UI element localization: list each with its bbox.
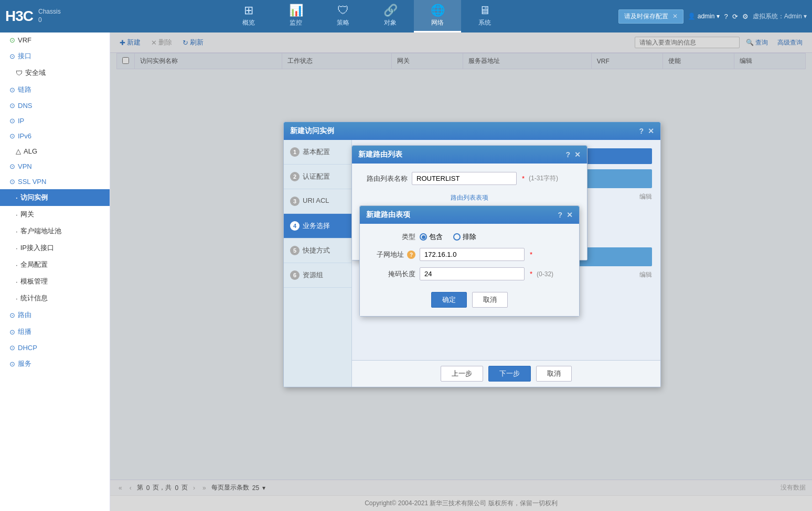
type-include-radio[interactable] (420, 233, 427, 241)
sidebar-item-alg[interactable]: △ ALG (0, 144, 110, 159)
sidebar-item-route[interactable]: ⊙ 路由 (0, 307, 110, 323)
sidebar-item-global-config[interactable]: · 全局配置 (0, 256, 110, 273)
sidebar-item-multicast[interactable]: ⊙ 组播 (0, 323, 110, 340)
dialog-main-help-icon[interactable]: ? (639, 127, 644, 135)
dialog-routeitem-body: 类型 包含 排除 (360, 224, 579, 316)
sidebar-item-link[interactable]: ⊙ 链路 (0, 81, 110, 98)
sidebar-item-client-addr-pool[interactable]: · 客户端地址池 (0, 223, 110, 240)
nav-item-network[interactable]: 🌐 网络 (414, 0, 461, 32)
sidebar-item-dns[interactable]: ⊙ DNS (0, 98, 110, 113)
help-icon[interactable]: ? (724, 13, 728, 20)
nav-item-policy[interactable]: 🛡 策略 (319, 0, 367, 32)
virtual-sys-dropdown[interactable]: ▾ (804, 13, 807, 20)
vrf-icon: ⊙ (9, 36, 15, 44)
admin-dropdown-icon[interactable]: ▾ (717, 13, 720, 20)
routerlist-help-icon[interactable]: ? (565, 150, 570, 159)
refresh-icon[interactable]: ⟳ (732, 13, 738, 20)
step-2[interactable]: 2 认证配置 (284, 165, 351, 189)
steps-sidebar: 1 基本配置 2 认证配置 3 URI ACL 4 (284, 140, 352, 387)
network-icon: 🌐 (431, 4, 445, 17)
h3c-logo: H3C (5, 8, 33, 25)
admin-icon: 👤 (688, 13, 696, 20)
subnet-info-icon[interactable]: ? (407, 251, 415, 259)
sidebar-item-security-zone[interactable]: 🛡 安全域 (0, 64, 110, 81)
nav-item-object[interactable]: 🔗 对象 (367, 0, 414, 32)
prev-step-btn[interactable]: 上一步 (441, 366, 483, 382)
link-icon: ⊙ (9, 86, 15, 94)
system-icon: 🖥 (479, 4, 490, 17)
subnet-label: 子网地址 ? (368, 250, 415, 259)
gateway-dot: · (16, 211, 18, 219)
routerlist-name-hint: (1-31字符) (529, 174, 558, 183)
step-1[interactable]: 1 基本配置 (284, 140, 351, 165)
sidebar-item-template-mgmt[interactable]: · 模板管理 (0, 273, 110, 290)
step-3-label: URI ACL (303, 197, 329, 204)
save-config-btn[interactable]: 请及时保存配置 ✕ (618, 9, 683, 24)
edit-label-2[interactable]: 编辑 (639, 271, 652, 278)
sidebar-label-access-instance: 访问实例 (20, 193, 48, 202)
step-1-num: 1 (290, 147, 300, 157)
sidebar-label-dhcp: DHCP (18, 344, 37, 352)
sidebar-item-vpn[interactable]: ⊙ VPN (0, 159, 110, 174)
sidebar-item-stat-info[interactable]: · 统计信息 (0, 290, 110, 307)
subnet-input[interactable] (420, 248, 525, 261)
dialog-routeitem-header: 新建路由表项 ? ✕ (360, 206, 579, 224)
step-5[interactable]: 5 快捷方式 (284, 238, 351, 263)
sidebar-item-vrf[interactable]: ⊙ VRF (0, 32, 110, 48)
step-3[interactable]: 3 URI ACL (284, 189, 351, 214)
settings-icon[interactable]: ⚙ (742, 13, 749, 20)
nav-label-policy: 策略 (337, 18, 349, 27)
nav-item-system[interactable]: 🖥 系统 (461, 0, 508, 32)
main-layout: ⊙ VRF ⊙ 接口 🛡 安全域 ⊙ 链路 ⊙ DNS ⊙ IP ⊙ IPv6 … (0, 32, 812, 511)
sidebar-label-stat-info: 统计信息 (20, 293, 48, 303)
save-close-icon[interactable]: ✕ (672, 13, 678, 20)
routeitem-close-icon[interactable]: ✕ (567, 211, 573, 219)
type-exclude-radio[interactable] (453, 233, 461, 241)
dialog-routeitem-title: 新建路由表项 (366, 210, 410, 220)
routeitem-confirm-btn[interactable]: 确定 (431, 292, 467, 308)
type-exclude-option[interactable]: 排除 (453, 232, 476, 242)
routeitem-cancel-btn[interactable]: 取消 (472, 292, 508, 308)
sidebar-label-template-mgmt: 模板管理 (20, 277, 48, 286)
step-2-label: 认证配置 (303, 172, 330, 181)
sidebar-item-interface[interactable]: ⊙ 接口 (0, 48, 110, 64)
next-step-btn[interactable]: 下一步 (488, 366, 531, 382)
step-4[interactable]: 4 业务选择 (284, 214, 351, 238)
sidebar-item-ip-access-iface[interactable]: · IP接入接口 (0, 240, 110, 256)
dialog-routeitem: 新建路由表项 ? ✕ 类型 包含 (359, 205, 580, 317)
logo-area: H3C Chassis 0 (5, 8, 115, 25)
stat-dot: · (16, 295, 18, 302)
step-1-label: 基本配置 (303, 147, 330, 157)
alg-icon: △ (16, 147, 21, 155)
nav-item-overview[interactable]: ⊞ 概览 (225, 0, 272, 32)
dialog-main-close-icon[interactable]: ✕ (648, 127, 654, 135)
sidebar-item-gateway[interactable]: · 网关 (0, 206, 110, 223)
type-radio-group: 包含 排除 (420, 232, 476, 242)
type-include-option[interactable]: 包含 (420, 232, 443, 242)
sidebar-item-ipv6[interactable]: ⊙ IPv6 (0, 128, 110, 144)
sidebar-item-dhcp[interactable]: ⊙ DHCP (0, 340, 110, 355)
sidebar-item-access-instance[interactable]: · 访问实例 (0, 189, 110, 206)
sidebar-label-vrf: VRF (18, 36, 31, 44)
nav-label-network: 网络 (431, 18, 444, 27)
type-include-label: 包含 (429, 232, 443, 242)
step-6[interactable]: 6 资源组 (284, 263, 351, 288)
sidebar-label-multicast: 组播 (18, 327, 31, 336)
dhcp-icon: ⊙ (9, 344, 15, 352)
dialog-main-title: 新建访问实例 (290, 126, 334, 136)
sidebar-label-vpn: VPN (18, 162, 32, 170)
sidebar-label-client-addr-pool: 客户端地址池 (20, 226, 61, 236)
routerlist-close-icon[interactable]: ✕ (574, 150, 581, 159)
cancel-main-btn[interactable]: 取消 (536, 366, 572, 382)
nav-label-system: 系统 (478, 18, 491, 27)
mask-input[interactable] (420, 267, 525, 280)
sidebar-item-ip[interactable]: ⊙ IP (0, 113, 110, 128)
routerlist-name-input[interactable] (412, 172, 517, 185)
routerlist-table-link[interactable]: 路由列表表项 (360, 191, 579, 204)
sidebar-item-service[interactable]: ⊙ 服务 (0, 355, 110, 372)
routeitem-help-icon[interactable]: ? (558, 211, 562, 219)
routerlist-name-star: * (522, 175, 525, 182)
sidebar-item-sslvpn[interactable]: ⊙ SSL VPN (0, 174, 110, 189)
nav-item-monitor[interactable]: 📊 监控 (272, 0, 319, 32)
edit-label-1[interactable]: 编辑 (639, 193, 652, 200)
